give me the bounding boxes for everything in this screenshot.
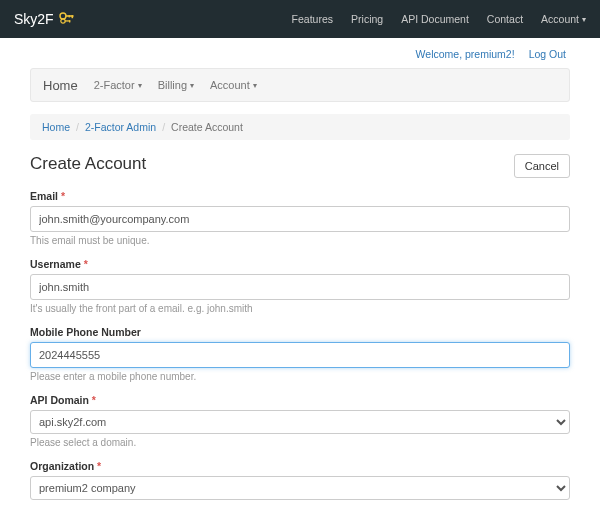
subnav-billing[interactable]: Billing▾ [158,79,194,91]
username-help: It's usually the front part of a email. … [30,303,570,314]
nav-contact[interactable]: Contact [487,13,523,25]
welcome-row: Welcome, premium2! Log Out [30,38,570,68]
svg-rect-3 [68,15,70,17]
top-navbar: Sky2F Features Pricing API Document Cont… [0,0,600,38]
form-group-username: Username * It's usually the front part o… [30,258,570,314]
organization-select[interactable]: premium2 company [30,476,570,500]
mobile-help: Please enter a mobile phone number. [30,371,570,382]
api-domain-help: Please select a domain. [30,437,570,448]
username-label: Username * [30,258,570,270]
caret-down-icon: ▾ [190,81,194,90]
form-group-email: Email * This email must be unique. [30,190,570,246]
svg-rect-6 [69,20,70,22]
caret-down-icon: ▾ [138,81,142,90]
subnav-account[interactable]: Account▾ [210,79,257,91]
welcome-link[interactable]: Welcome, premium2! [416,48,515,60]
required-asterisk: * [92,394,96,406]
logout-link[interactable]: Log Out [529,48,566,60]
required-asterisk: * [61,190,65,202]
email-help: This email must be unique. [30,235,570,246]
required-asterisk: * [84,258,88,270]
brand-link[interactable]: Sky2F [14,11,75,27]
form-group-api-domain: API Domain * api.sky2f.com Please select… [30,394,570,448]
nav-features[interactable]: Features [292,13,333,25]
organization-label: Organization * [30,460,570,472]
breadcrumb-sep: / [76,121,79,133]
username-field[interactable] [30,274,570,300]
page-title: Create Account [30,154,146,174]
brand-text: Sky2F [14,11,54,27]
mobile-field[interactable] [30,342,570,368]
form-group-mobile: Mobile Phone Number Please enter a mobil… [30,326,570,382]
required-asterisk: * [97,460,101,472]
mobile-label: Mobile Phone Number [30,326,570,338]
nav-account[interactable]: Account▾ [541,13,586,25]
breadcrumb-admin[interactable]: 2-Factor Admin [85,121,156,133]
subnav-2factor[interactable]: 2-Factor▾ [94,79,142,91]
form-group-organization: Organization * premium2 company [30,460,570,500]
subnav-home[interactable]: Home [43,78,78,93]
email-label: Email * [30,190,570,202]
api-domain-select[interactable]: api.sky2f.com [30,410,570,434]
breadcrumb: Home / 2-Factor Admin / Create Account [30,114,570,140]
svg-point-0 [60,13,66,19]
caret-down-icon: ▾ [253,81,257,90]
breadcrumb-home[interactable]: Home [42,121,70,133]
nav-api-document[interactable]: API Document [401,13,469,25]
svg-rect-2 [71,15,73,18]
email-field[interactable] [30,206,570,232]
api-domain-label: API Domain * [30,394,570,406]
caret-down-icon: ▾ [582,15,586,24]
cancel-button[interactable]: Cancel [514,154,570,178]
subnav: Home 2-Factor▾ Billing▾ Account▾ [30,68,570,102]
nav-links: Features Pricing API Document Contact Ac… [292,13,586,25]
breadcrumb-current: Create Account [171,121,243,133]
breadcrumb-sep: / [162,121,165,133]
key-icon [59,12,75,26]
nav-pricing[interactable]: Pricing [351,13,383,25]
